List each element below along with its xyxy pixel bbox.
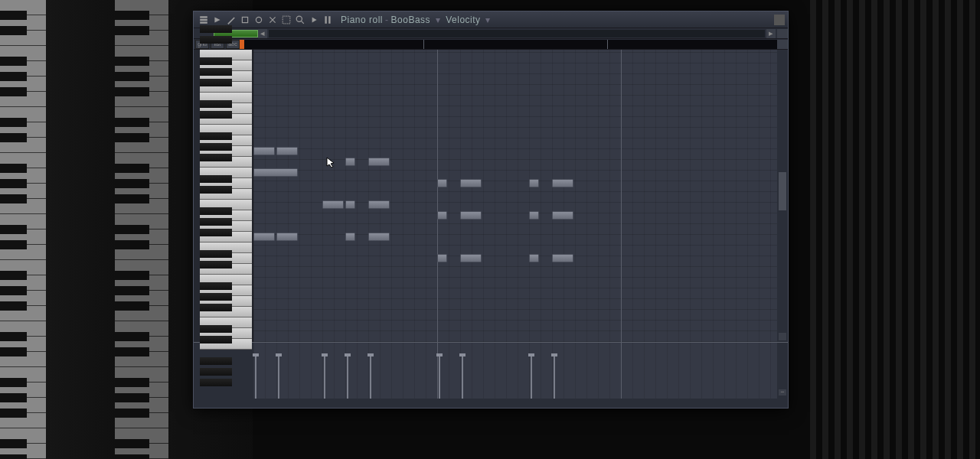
bar-line bbox=[621, 343, 622, 399]
vertical-scrollbar[interactable] bbox=[777, 50, 788, 342]
midi-note[interactable] bbox=[552, 211, 573, 220]
piano-roll-window: Piano roll-BooBass ▾ Velocity ▾ ◂ ▸ grid… bbox=[193, 11, 789, 409]
piano-key-black[interactable] bbox=[200, 250, 232, 258]
hscroll-track-top[interactable] bbox=[269, 30, 765, 37]
midi-note[interactable] bbox=[529, 211, 539, 220]
velocity-panel: − bbox=[194, 342, 788, 399]
arrow-icon[interactable] bbox=[212, 15, 223, 25]
midi-note[interactable] bbox=[368, 200, 390, 209]
play-icon[interactable] bbox=[309, 15, 319, 25]
vscroll-down[interactable] bbox=[779, 333, 786, 340]
piano-key-black[interactable] bbox=[200, 357, 232, 365]
piano-key-black[interactable] bbox=[200, 368, 232, 376]
midi-note[interactable] bbox=[460, 254, 482, 262]
select-icon[interactable] bbox=[281, 15, 292, 25]
velocity-bar[interactable] bbox=[347, 356, 348, 399]
piano-key-black[interactable] bbox=[200, 132, 232, 140]
background-stripes bbox=[804, 0, 980, 459]
svg-rect-8 bbox=[325, 16, 326, 24]
hscroll-left[interactable]: ◂ bbox=[258, 29, 267, 38]
midi-note[interactable] bbox=[253, 233, 275, 241]
midi-note[interactable] bbox=[552, 179, 573, 187]
velocity-grid[interactable] bbox=[253, 343, 777, 399]
piano-key-black[interactable] bbox=[200, 36, 232, 44]
piano-key-black[interactable] bbox=[200, 57, 232, 65]
piano-key-black[interactable] bbox=[200, 293, 232, 301]
velocity-minus[interactable]: − bbox=[779, 389, 786, 396]
snap-icon[interactable] bbox=[322, 15, 333, 25]
piano-key-black[interactable] bbox=[200, 100, 232, 108]
midi-note[interactable] bbox=[345, 200, 355, 209]
color-scrollbar-row: ◂ ▸ bbox=[194, 28, 788, 39]
menu-icon[interactable] bbox=[198, 15, 209, 25]
bar-line bbox=[437, 343, 438, 399]
svg-rect-0 bbox=[200, 16, 207, 18]
midi-note[interactable] bbox=[253, 147, 275, 155]
background-piano-1: for(let i=0;i<30;i++){document.write('<d… bbox=[0, 0, 130, 459]
velocity-bar[interactable] bbox=[531, 356, 532, 399]
midi-note[interactable] bbox=[460, 211, 482, 220]
playhead-marker[interactable] bbox=[240, 40, 244, 49]
piano-key-black[interactable] bbox=[200, 143, 232, 151]
erase-icon[interactable] bbox=[253, 15, 264, 25]
piano-key-black[interactable] bbox=[200, 325, 232, 333]
velocity-bar[interactable] bbox=[255, 356, 256, 399]
midi-note[interactable] bbox=[529, 179, 539, 187]
piano-key-black[interactable] bbox=[200, 68, 232, 76]
midi-note[interactable] bbox=[437, 254, 447, 262]
piano-key-black[interactable] bbox=[200, 336, 232, 343]
cut-icon[interactable] bbox=[267, 15, 278, 25]
midi-note[interactable] bbox=[437, 211, 447, 220]
vscroll-up[interactable] bbox=[777, 40, 788, 49]
timeline[interactable] bbox=[240, 40, 777, 49]
velocity-bar[interactable] bbox=[462, 356, 463, 399]
midi-note[interactable] bbox=[368, 233, 390, 241]
zoom-fit[interactable] bbox=[777, 29, 788, 38]
velocity-bar[interactable] bbox=[439, 356, 440, 399]
midi-note[interactable] bbox=[529, 254, 539, 262]
piano-keyboard[interactable] bbox=[194, 50, 253, 342]
velocity-bar[interactable] bbox=[370, 356, 371, 399]
piano-key-black[interactable] bbox=[200, 154, 232, 161]
midi-note[interactable] bbox=[276, 233, 298, 241]
velocity-bar[interactable] bbox=[324, 356, 325, 399]
piano-key-black[interactable] bbox=[200, 261, 232, 269]
svg-rect-1 bbox=[200, 18, 207, 20]
note-grid[interactable] bbox=[253, 50, 777, 342]
piano-key-black[interactable] bbox=[200, 218, 232, 226]
paint-icon[interactable] bbox=[240, 15, 250, 25]
hscroll-right[interactable]: ▸ bbox=[766, 29, 776, 38]
midi-note[interactable] bbox=[276, 147, 298, 155]
piano-key-black[interactable] bbox=[200, 111, 232, 119]
piano-key-black[interactable] bbox=[200, 25, 232, 33]
titlebar[interactable]: Piano roll-BooBass ▾ Velocity ▾ bbox=[194, 11, 788, 28]
piano-key-black[interactable] bbox=[200, 175, 232, 183]
midi-note[interactable] bbox=[368, 158, 390, 166]
midi-note[interactable] bbox=[437, 179, 447, 187]
velocity-bar[interactable] bbox=[278, 356, 279, 399]
velocity-side: − bbox=[777, 343, 788, 399]
midi-note[interactable] bbox=[253, 168, 298, 177]
midi-note[interactable] bbox=[345, 233, 355, 241]
svg-rect-3 bbox=[242, 17, 247, 22]
piano-key-black[interactable] bbox=[200, 207, 232, 215]
piano-key-black[interactable] bbox=[200, 304, 232, 311]
piano-key-black[interactable] bbox=[200, 79, 232, 86]
midi-note[interactable] bbox=[460, 179, 482, 187]
mode-timeline-row: grid list abc bbox=[194, 39, 788, 50]
midi-note[interactable] bbox=[322, 200, 344, 209]
zoom-icon[interactable] bbox=[295, 15, 305, 25]
main-area bbox=[194, 50, 788, 342]
midi-note[interactable] bbox=[552, 254, 573, 262]
draw-icon[interactable] bbox=[226, 15, 237, 25]
piano-key-black[interactable] bbox=[200, 282, 232, 290]
velocity-bar[interactable] bbox=[554, 356, 555, 399]
close-button[interactable] bbox=[774, 15, 785, 25]
vscroll-thumb[interactable] bbox=[779, 172, 786, 210]
piano-key-black[interactable] bbox=[200, 379, 232, 386]
svg-point-4 bbox=[256, 17, 261, 22]
piano-key-black[interactable] bbox=[200, 186, 232, 194]
draw-cursor-icon bbox=[326, 157, 338, 168]
piano-key-black[interactable] bbox=[200, 229, 232, 236]
midi-note[interactable] bbox=[345, 158, 355, 166]
